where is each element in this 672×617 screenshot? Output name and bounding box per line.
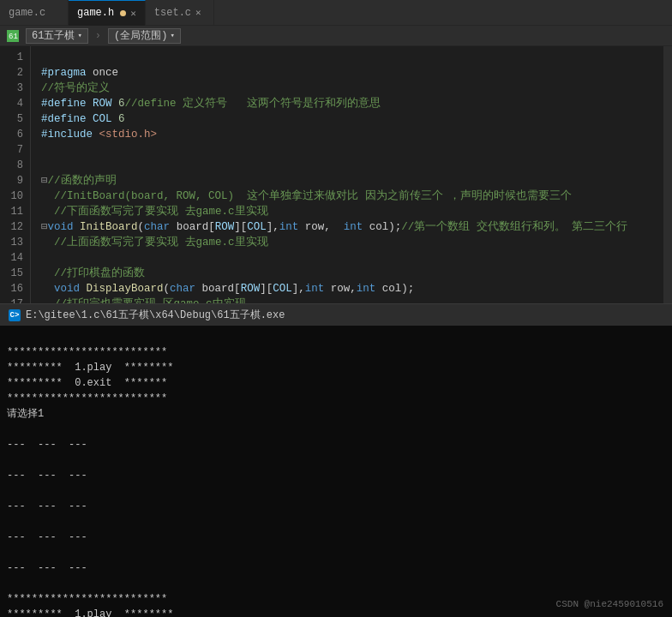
code-line-8: ⊟//函数的声明 — [41, 175, 117, 187]
line-num-6: 6 — [7, 127, 23, 142]
code-line-2: //符号的定义 — [41, 82, 110, 94]
chevron-down-icon: ▾ — [77, 31, 81, 40]
tab-tset-c[interactable]: tset.c ✕ — [146, 0, 214, 26]
line-num-12: 12 — [7, 219, 23, 235]
code-line-12: //上面函数写完了要实现 去game.c里实现 — [41, 237, 268, 249]
code-line-11: ⊟void InitBoard(char board[ROW][COL],int… — [41, 221, 627, 233]
code-line-9: //InitBoard(board, ROW, COL) 这个单独拿过来做对比 … — [41, 190, 572, 202]
line-num-9: 9 — [7, 173, 23, 189]
code-line-10: //下面函数写完了要实现 去game.c里实现 — [41, 206, 268, 218]
tab-bar: game.c game.h ✕ tset.c ✕ — [0, 0, 672, 26]
line-num-16: 16 — [7, 281, 23, 297]
terminal-content: ************************** ********* 1.p… — [7, 346, 173, 617]
tab-close-tset-c[interactable]: ✕ — [195, 7, 201, 18]
line-num-17: 17 — [7, 297, 23, 303]
scope-dropdown[interactable]: (全局范围) ▾ — [108, 28, 181, 44]
terminal-icon: C> — [9, 309, 21, 321]
tab-label-game-c: game.c — [9, 7, 45, 19]
file-dropdown-label: 61五子棋 — [32, 28, 75, 43]
code-line-14: //打印棋盘的函数 — [41, 267, 145, 279]
line-num-13: 13 — [7, 235, 23, 250]
line-num-15: 15 — [7, 266, 23, 281]
tab-modified-dot — [120, 10, 126, 16]
editor-area: 1 2 3 4 5 6 7 8 9 10 11 12 13 14 15 16 1… — [0, 46, 672, 303]
line-num-4: 4 — [7, 96, 23, 111]
code-line-15: void DisplayBoard(char board[ROW][COL],i… — [41, 283, 414, 295]
code-line-3: #define ROW 6//define 定义符号 这两个符号是行和列的意思 — [41, 98, 381, 110]
line-num-5: 5 — [7, 111, 23, 127]
tab-label-tset-c: tset.c — [154, 7, 191, 19]
editor-scrollbar[interactable] — [663, 46, 672, 303]
terminal-body[interactable]: ************************** ********* 1.p… — [0, 326, 672, 617]
breadcrumb-separator: › — [95, 30, 101, 42]
chevron-down-icon-2: ▾ — [170, 31, 174, 40]
line-num-14: 14 — [7, 250, 23, 266]
code-line-5: #include <stdio.h> — [41, 129, 157, 141]
line-num-2: 2 — [7, 65, 23, 81]
terminal-header: C> E:\gitee\1.c\61五子棋\x64\Debug\61五子棋.ex… — [0, 303, 672, 326]
tab-close-game-h[interactable]: ✕ — [130, 8, 136, 19]
code-editor[interactable]: #pragma once //符号的定义 #define ROW 6//defi… — [31, 46, 663, 303]
breadcrumb-bar: 61 61五子棋 ▾ › (全局范围) ▾ — [0, 26, 672, 46]
file-dropdown[interactable]: 61五子棋 ▾ — [26, 28, 88, 44]
code-line-4: #define COL 6 — [41, 113, 125, 125]
code-line-1: #pragma once — [41, 67, 118, 79]
line-num-10: 10 — [7, 189, 23, 204]
csdn-watermark: CSDN @nie2459010516 — [556, 596, 663, 612]
line-numbers: 1 2 3 4 5 6 7 8 9 10 11 12 13 14 15 16 1… — [0, 46, 31, 303]
tab-label-game-h: game.h — [77, 7, 114, 19]
line-num-11: 11 — [7, 204, 23, 219]
line-num-3: 3 — [7, 81, 23, 96]
tab-game-h[interactable]: game.h ✕ — [69, 0, 146, 26]
scope-dropdown-label: (全局范围) — [114, 28, 167, 43]
line-num-7: 7 — [7, 142, 23, 158]
tab-game-c[interactable]: game.c — [0, 0, 69, 26]
line-num-1: 1 — [7, 50, 23, 65]
terminal-path: E:\gitee\1.c\61五子棋\x64\Debug\61五子棋.exe — [26, 308, 285, 322]
line-num-8: 8 — [7, 158, 23, 173]
code-line-16: //打印完也需要实现 区game.c中实现 — [41, 298, 246, 303]
project-icon: 61 — [7, 30, 19, 42]
